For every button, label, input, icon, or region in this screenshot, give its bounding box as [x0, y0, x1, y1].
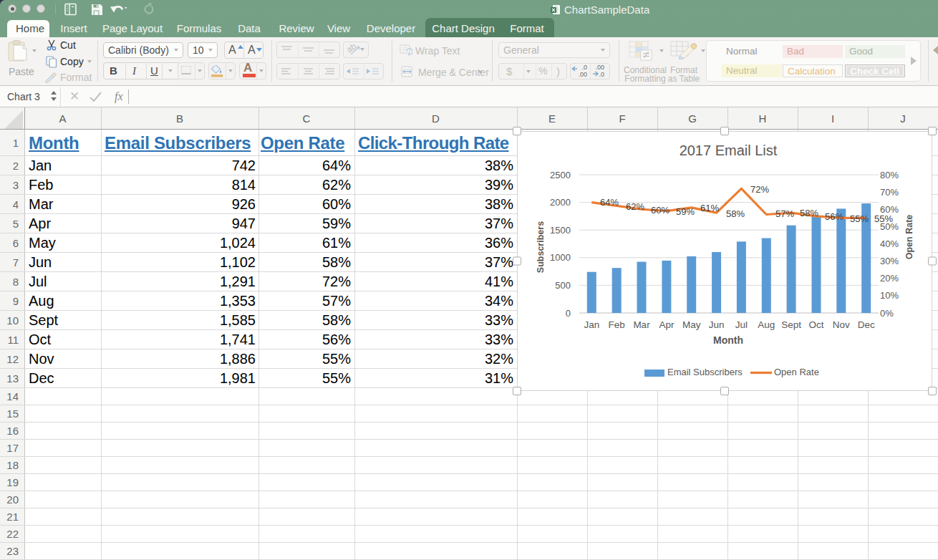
svg-text:Mar: Mar: [633, 319, 650, 330]
svg-text:Subscribers: Subscribers: [536, 221, 546, 273]
svg-text:57%: 57%: [775, 208, 794, 219]
svg-text:2000: 2000: [550, 197, 571, 208]
svg-text:Nov: Nov: [833, 319, 850, 330]
svg-text:Month: Month: [713, 334, 743, 346]
svg-text:70%: 70%: [880, 187, 899, 198]
svg-text:Open Rate: Open Rate: [774, 367, 819, 377]
svg-text:10%: 10%: [880, 290, 899, 301]
svg-text:62%: 62%: [626, 201, 644, 212]
svg-text:0%: 0%: [880, 308, 894, 319]
svg-text:Feb: Feb: [609, 319, 625, 330]
svg-text:58%: 58%: [726, 208, 745, 219]
svg-text:61%: 61%: [700, 203, 719, 213]
svg-text:Aug: Aug: [758, 319, 775, 330]
svg-text:2017 Email List: 2017 Email List: [680, 143, 778, 158]
svg-text:2500: 2500: [550, 170, 571, 180]
svg-text:20%: 20%: [880, 273, 899, 284]
svg-text:Sept: Sept: [781, 319, 801, 330]
svg-text:30%: 30%: [880, 256, 899, 266]
svg-text:1000: 1000: [550, 252, 571, 263]
svg-text:500: 500: [555, 280, 571, 291]
svg-text:Jan: Jan: [584, 319, 599, 330]
svg-text:80%: 80%: [880, 170, 899, 180]
svg-text:58%: 58%: [800, 208, 818, 218]
svg-text:Dec: Dec: [858, 319, 875, 330]
svg-text:Open Rate: Open Rate: [904, 215, 914, 260]
svg-text:72%: 72%: [750, 184, 769, 195]
svg-text:Jun: Jun: [709, 319, 725, 330]
svg-text:Apr: Apr: [659, 319, 675, 330]
svg-text:Oct: Oct: [808, 319, 823, 330]
svg-text:55%: 55%: [850, 213, 869, 224]
svg-text:40%: 40%: [880, 238, 899, 249]
svg-text:0: 0: [566, 308, 571, 319]
svg-text:64%: 64%: [600, 197, 619, 208]
svg-text:Jul: Jul: [735, 319, 748, 330]
svg-text:60%: 60%: [651, 205, 669, 216]
svg-text:Email Subscribers: Email Subscribers: [667, 367, 743, 377]
svg-text:May: May: [682, 319, 701, 330]
svg-text:59%: 59%: [676, 206, 695, 217]
svg-text:56%: 56%: [825, 211, 843, 222]
svg-text:55%: 55%: [874, 213, 893, 224]
svg-text:1500: 1500: [550, 225, 571, 236]
